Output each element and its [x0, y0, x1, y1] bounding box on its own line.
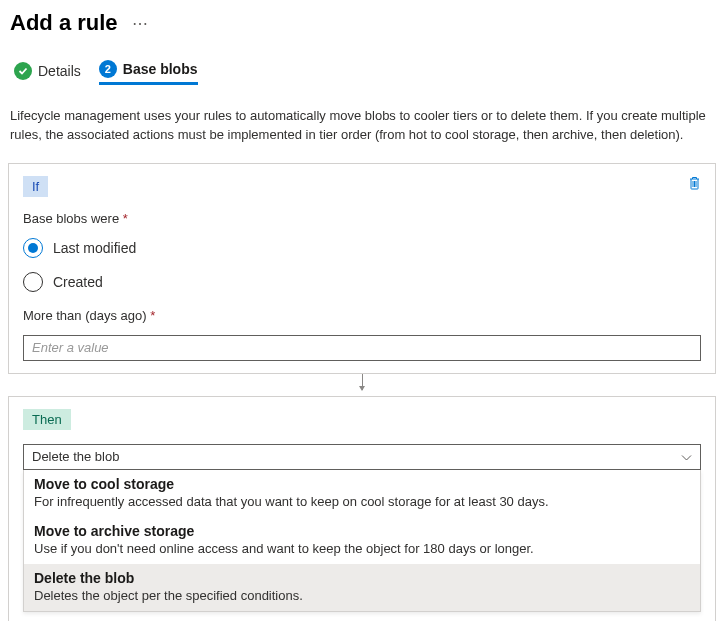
option-desc: For infrequently accessed data that you …: [34, 494, 690, 509]
option-desc: Deletes the object per the specified con…: [34, 588, 690, 603]
more-than-label: More than (days ago) *: [23, 308, 701, 323]
flow-arrow: [8, 374, 716, 396]
radio-created-label: Created: [53, 274, 103, 290]
action-select[interactable]: Delete the blob: [23, 444, 701, 470]
option-move-archive[interactable]: Move to archive storage Use if you don't…: [24, 517, 700, 564]
base-blobs-label: Base blobs were *: [23, 211, 701, 226]
trash-icon[interactable]: [688, 176, 701, 193]
option-title: Move to cool storage: [34, 476, 690, 492]
tab-details[interactable]: Details: [14, 60, 81, 85]
if-panel-header: If: [23, 176, 701, 211]
more-icon[interactable]: ⋯: [132, 14, 149, 33]
option-desc: Use if you don't need online access and …: [34, 541, 690, 556]
step-number-icon: 2: [99, 60, 117, 78]
required-marker: *: [150, 308, 155, 323]
wizard-tabs: Details 2 Base blobs: [8, 60, 716, 85]
required-marker: *: [123, 211, 128, 226]
chevron-down-icon: [681, 449, 692, 464]
if-panel: If Base blobs were * Last modified Creat…: [8, 163, 716, 374]
tab-details-label: Details: [38, 63, 81, 79]
action-dropdown: Move to cool storage For infrequently ac…: [23, 470, 701, 612]
tab-base-blobs-label: Base blobs: [123, 61, 198, 77]
option-title: Move to archive storage: [34, 523, 690, 539]
radio-last-modified[interactable]: Last modified: [23, 238, 701, 258]
page-header: Add a rule ⋯: [8, 10, 716, 36]
option-delete-blob[interactable]: Delete the blob Deletes the object per t…: [24, 564, 700, 611]
page-description: Lifecycle management uses your rules to …: [8, 107, 716, 145]
radio-last-modified-label: Last modified: [53, 240, 136, 256]
radio-created[interactable]: Created: [23, 272, 701, 292]
days-ago-input[interactable]: [23, 335, 701, 361]
base-blobs-radio-group: Last modified Created: [23, 238, 701, 292]
option-title: Delete the blob: [34, 570, 690, 586]
then-panel: Then Delete the blob Move to cool storag…: [8, 396, 716, 621]
radio-icon: [23, 272, 43, 292]
check-circle-icon: [14, 62, 32, 80]
option-move-cool[interactable]: Move to cool storage For infrequently ac…: [24, 470, 700, 517]
action-select-value: Delete the blob: [32, 449, 119, 464]
then-badge: Then: [23, 409, 71, 430]
radio-icon: [23, 238, 43, 258]
if-badge: If: [23, 176, 48, 197]
page-title: Add a rule: [10, 10, 118, 36]
tab-base-blobs[interactable]: 2 Base blobs: [99, 60, 198, 85]
